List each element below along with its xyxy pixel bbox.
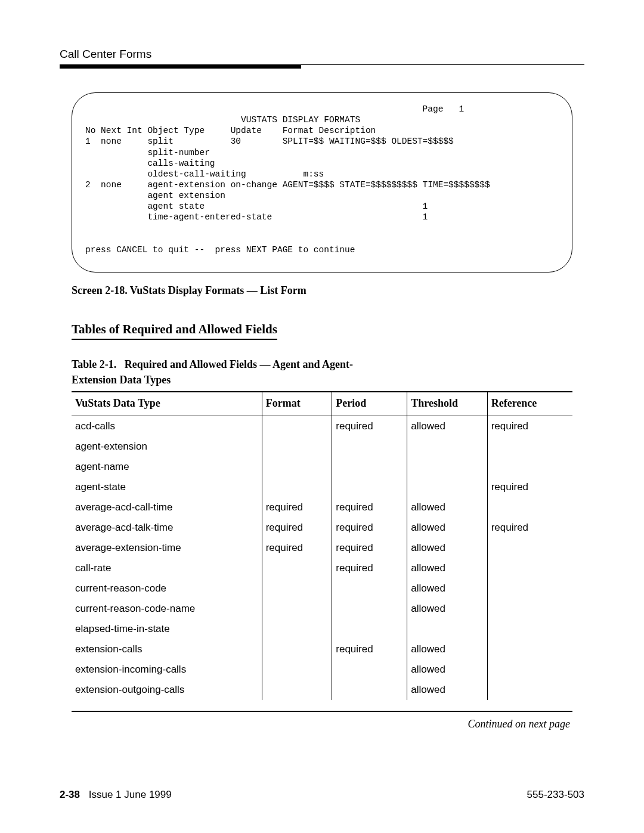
table-cell: elapsed-time-in-state <box>72 619 262 639</box>
table-cell: extension-calls <box>72 639 262 659</box>
col-header: Reference <box>487 392 572 416</box>
col-header: Threshold <box>407 392 487 416</box>
table-row: agent-name <box>72 457 572 477</box>
col-header: Period <box>332 392 407 416</box>
section-heading: Tables of Required and Allowed Fields <box>72 322 277 340</box>
table-caption: Table 2-1. Required and Allowed Fields —… <box>72 357 394 388</box>
table-cell <box>332 578 407 599</box>
col-header: Format <box>262 392 332 416</box>
table-caption-label: Table 2-1. <box>72 358 116 370</box>
table-cell: required <box>262 518 332 538</box>
table-cell: average-acd-talk-time <box>72 518 262 538</box>
table-cell: allowed <box>407 599 487 619</box>
table-cell <box>487 659 572 680</box>
table-cell <box>407 457 487 477</box>
table-cell <box>487 599 572 619</box>
table-cell <box>332 457 407 477</box>
screen-caption: Screen 2-18. VuStats Display Formats — L… <box>72 284 584 297</box>
table-cell: agent-state <box>72 477 262 497</box>
table-cell <box>332 599 407 619</box>
table-cell: required <box>332 416 407 436</box>
table-cell <box>262 436 332 457</box>
table-cell: acd-calls <box>72 416 262 436</box>
table-cell <box>262 416 332 436</box>
table-end-rule <box>72 711 572 712</box>
table-cell <box>332 436 407 457</box>
terminal-screen: Page 1 VUSTATS DISPLAY FORMATS No Next I… <box>72 92 572 272</box>
table-row: current-reason-code-nameallowed <box>72 599 572 619</box>
table-cell <box>262 477 332 497</box>
table-row: extension-outgoing-callsallowed <box>72 680 572 700</box>
table-cell: required <box>332 558 407 578</box>
table-cell: allowed <box>407 558 487 578</box>
table-body: acd-callsrequiredallowedrequiredagent-ex… <box>72 416 572 700</box>
table-cell: current-reason-code-name <box>72 599 262 619</box>
table-cell: required <box>262 497 332 518</box>
table-cell: required <box>332 538 407 558</box>
table-cell <box>262 659 332 680</box>
table-cell: average-extension-time <box>72 538 262 558</box>
table-cell <box>487 538 572 558</box>
table-cell: call-rate <box>72 558 262 578</box>
table-row: agent-extension <box>72 436 572 457</box>
table-cell: allowed <box>407 538 487 558</box>
table-cell <box>262 578 332 599</box>
table-row: average-acd-talk-timerequiredrequiredall… <box>72 518 572 538</box>
page-footer: 2-38 Issue 1 June 1999 555-233-503 <box>60 789 584 801</box>
footer-left: 2-38 Issue 1 June 1999 <box>60 789 172 801</box>
table-cell <box>262 457 332 477</box>
table-cell: allowed <box>407 578 487 599</box>
table-cell: allowed <box>407 416 487 436</box>
table-row: extension-incoming-callsallowed <box>72 659 572 680</box>
table-row: acd-callsrequiredallowedrequired <box>72 416 572 436</box>
table-cell: required <box>487 477 572 497</box>
header-rule-thick <box>60 65 301 69</box>
table-cell: allowed <box>407 518 487 538</box>
table-cell <box>487 558 572 578</box>
table-cell <box>262 639 332 659</box>
table-cell: average-acd-call-time <box>72 497 262 518</box>
table-cell <box>487 497 572 518</box>
table-row: average-extension-timerequiredrequiredal… <box>72 538 572 558</box>
table-cell: agent-name <box>72 457 262 477</box>
table-row: elapsed-time-in-state <box>72 619 572 639</box>
table-cell: allowed <box>407 639 487 659</box>
table-cell <box>262 558 332 578</box>
table-cell <box>262 599 332 619</box>
table-cell <box>407 436 487 457</box>
table-cell: required <box>262 538 332 558</box>
table-cell: allowed <box>407 680 487 700</box>
table-cell <box>487 680 572 700</box>
issue-text: Issue 1 June 1999 <box>89 789 172 800</box>
table-cell: allowed <box>407 497 487 518</box>
table-cell <box>487 639 572 659</box>
table-cell: required <box>487 518 572 538</box>
table-row: current-reason-codeallowed <box>72 578 572 599</box>
table-cell <box>262 619 332 639</box>
table-cell <box>332 619 407 639</box>
table-cell <box>407 477 487 497</box>
continued-note: Continued on next page <box>60 718 570 730</box>
table-wrapper: VuStats Data Type Format Period Threshol… <box>72 391 572 700</box>
doc-number: 555-233-503 <box>527 789 584 801</box>
running-header: Call Center Forms <box>60 48 584 61</box>
table-cell: required <box>487 416 572 436</box>
table-cell <box>407 619 487 639</box>
table-cell <box>487 457 572 477</box>
table-cell: required <box>332 639 407 659</box>
page: Call Center Forms Page 1 VUSTATS DISPLAY… <box>0 0 644 833</box>
table-cell <box>332 659 407 680</box>
table-cell <box>487 436 572 457</box>
fields-table: VuStats Data Type Format Period Threshol… <box>72 391 572 700</box>
table-cell <box>332 680 407 700</box>
table-cell: extension-incoming-calls <box>72 659 262 680</box>
table-cell: required <box>332 518 407 538</box>
table-cell: extension-outgoing-calls <box>72 680 262 700</box>
table-row: agent-staterequired <box>72 477 572 497</box>
col-header: VuStats Data Type <box>72 392 262 416</box>
table-row: average-acd-call-timerequiredrequiredall… <box>72 497 572 518</box>
table-cell: agent-extension <box>72 436 262 457</box>
table-cell <box>332 477 407 497</box>
table-cell <box>487 619 572 639</box>
table-cell <box>487 578 572 599</box>
